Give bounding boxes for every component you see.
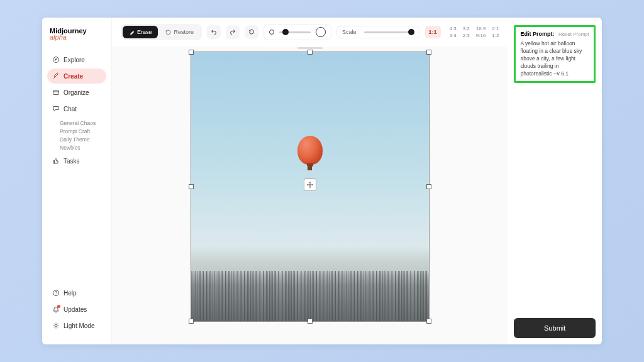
prompt-box: Edit Prompt: Reset Prompt A yellow hot a…: [514, 25, 596, 83]
erase-button[interactable]: Erase: [123, 26, 158, 38]
drag-handle-top[interactable]: [297, 47, 323, 49]
resize-handle-bl[interactable]: [189, 319, 194, 324]
ratio-option[interactable]: 4:3: [450, 26, 457, 31]
reset-prompt-link[interactable]: Reset Prompt: [558, 31, 589, 37]
large-circle-icon: [316, 27, 326, 37]
nav-updates[interactable]: Updates: [47, 302, 106, 317]
notification-dot: [57, 305, 60, 308]
nav-label: Chat: [64, 106, 77, 112]
restore-button[interactable]: Restore: [159, 26, 200, 38]
reset-button[interactable]: [245, 25, 258, 39]
cityscape-graphic: [191, 271, 429, 321]
paintbrush-icon: [52, 72, 60, 80]
ratio-option[interactable]: 9:16: [476, 33, 486, 38]
balloon-basket: [308, 167, 312, 170]
nav-label: Light Mode: [64, 322, 94, 329]
brand: Midjourney alpha: [47, 28, 106, 41]
thumbsup-icon: [52, 157, 60, 165]
nav-label: Create: [64, 73, 83, 80]
balloon-graphic: [297, 136, 323, 170]
ratio-option[interactable]: 2:1: [492, 26, 499, 31]
nav-label: Updates: [64, 306, 87, 313]
slider-track[interactable]: [364, 31, 414, 33]
right-panel: Edit Prompt: Reset Prompt A yellow hot a…: [508, 18, 602, 344]
submit-button[interactable]: Submit: [514, 318, 596, 338]
canvas-area: [112, 47, 508, 344]
restore-icon: [165, 30, 171, 35]
balloon-envelope: [297, 136, 323, 165]
ratio-option[interactable]: 2:3: [463, 33, 470, 38]
nav-light-mode[interactable]: Light Mode: [47, 318, 106, 333]
help-icon: [52, 289, 60, 297]
chat-room[interactable]: Newbies: [60, 145, 106, 151]
nav-organize[interactable]: Organize: [47, 85, 106, 100]
resize-handle-bm[interactable]: [308, 319, 313, 324]
svg-point-4: [55, 324, 57, 327]
redo-button[interactable]: [226, 25, 240, 39]
app-window: Midjourney alpha Explore Create Organize…: [42, 18, 602, 344]
ratio-option[interactable]: 3:4: [450, 33, 457, 38]
nav-label: Organize: [64, 89, 89, 96]
folder-icon: [52, 89, 60, 96]
svg-marker-1: [55, 59, 57, 61]
resize-handle-tr[interactable]: [426, 50, 431, 55]
slider-thumb[interactable]: [282, 29, 289, 35]
ratio-option[interactable]: 3:2: [463, 26, 470, 31]
resize-handle-br[interactable]: [426, 319, 431, 324]
nav-explore[interactable]: Explore: [47, 52, 106, 67]
aspect-active[interactable]: 1:1: [425, 26, 441, 38]
chat-room[interactable]: Daily Theme: [60, 136, 106, 143]
erase-label: Erase: [137, 29, 152, 35]
sidebar: Midjourney alpha Explore Create Organize…: [42, 18, 112, 344]
canvas[interactable]: [191, 52, 430, 322]
slider-thumb[interactable]: [408, 29, 414, 35]
nav-create[interactable]: Create: [47, 69, 106, 84]
resize-handle-tl[interactable]: [189, 50, 194, 55]
undo-button[interactable]: [207, 25, 221, 39]
bell-icon: [52, 305, 60, 313]
svg-rect-2: [53, 90, 59, 95]
brush-size-slider[interactable]: [264, 24, 331, 40]
eraser-icon: [129, 30, 135, 35]
chat-room[interactable]: Prompt Craft: [60, 128, 106, 134]
slider-track[interactable]: [279, 31, 311, 33]
resize-handle-ml[interactable]: [189, 184, 194, 189]
scale-label: Scale: [342, 29, 357, 35]
restore-label: Restore: [174, 29, 194, 35]
nav-label: Tasks: [64, 158, 80, 165]
nav-tasks[interactable]: Tasks: [47, 153, 106, 168]
sun-icon: [52, 322, 60, 329]
compass-icon: [52, 56, 60, 63]
ratio-option[interactable]: 1:2: [492, 33, 499, 38]
resize-handle-tm[interactable]: [308, 50, 313, 55]
chat-room[interactable]: General Chaos: [60, 120, 106, 126]
move-icon: [306, 181, 314, 189]
ratio-option[interactable]: 16:9: [476, 26, 486, 31]
nav-chat[interactable]: Chat: [47, 101, 106, 116]
aspect-ratios: 4:3 3:2 16:9 2:1 3:4 2:3 9:16 1:2: [450, 26, 499, 38]
nav-label: Help: [64, 290, 77, 297]
toolbar: Erase Restore Scale 1:1: [112, 18, 508, 47]
nav-help[interactable]: Help: [47, 285, 106, 300]
chat-icon: [52, 105, 60, 112]
nav-label: Explore: [64, 57, 85, 63]
brand-suffix: alpha: [50, 34, 106, 41]
chat-rooms: General Chaos Prompt Craft Daily Theme N…: [60, 120, 106, 151]
scale-slider[interactable]: Scale: [336, 26, 420, 38]
resize-handle-mr[interactable]: [426, 184, 431, 189]
prompt-text[interactable]: A yellow hot air balloon floating in a c…: [520, 40, 589, 77]
erase-restore-group: Erase Restore: [121, 24, 202, 40]
move-button[interactable]: [304, 178, 316, 191]
prompt-label: Edit Prompt:: [520, 31, 554, 37]
small-circle-icon: [269, 30, 274, 35]
main-content: Erase Restore Scale 1:1: [112, 18, 508, 344]
